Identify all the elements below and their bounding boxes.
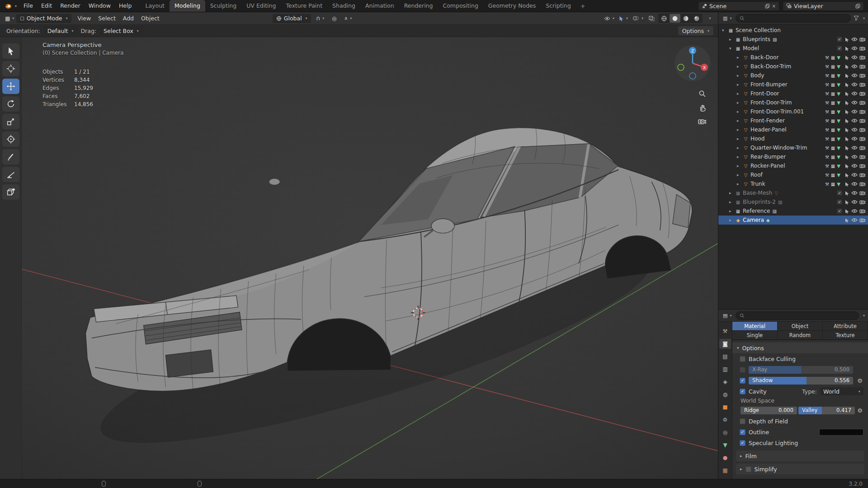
properties-tab[interactable]: ◍ <box>719 389 731 399</box>
editor-corner-widget[interactable] <box>102 481 106 488</box>
eye-icon[interactable] <box>851 73 858 78</box>
tool-rotate[interactable] <box>2 96 19 112</box>
selectable-icon[interactable] <box>845 209 849 214</box>
chevron-down-icon[interactable]: ▾ <box>863 16 865 20</box>
render-visibility-icon[interactable] <box>859 73 865 78</box>
eye-icon[interactable] <box>851 118 858 123</box>
properties-tab[interactable]: ▤ <box>719 352 731 361</box>
film-section-header[interactable]: ▸ Film <box>736 450 864 461</box>
camera-view-button[interactable] <box>696 116 708 127</box>
render-visibility-icon[interactable] <box>859 218 865 222</box>
render-visibility-icon[interactable] <box>859 82 865 87</box>
outliner-row[interactable]: Hood ⚒▦▼ ✓ <box>718 134 868 143</box>
render-visibility-icon[interactable] <box>859 173 865 177</box>
shading-wireframe-button[interactable] <box>659 14 670 23</box>
selectable-icon[interactable] <box>845 118 849 123</box>
tool-add-cube[interactable] <box>2 184 19 200</box>
editor-type-button[interactable]: ▦▾ <box>4 14 15 23</box>
object-visibility-dropdown[interactable]: ▾ <box>603 14 616 23</box>
eye-icon[interactable] <box>851 182 858 186</box>
workspace-tab[interactable]: Scripting <box>541 0 576 12</box>
selectable-icon[interactable] <box>845 37 849 42</box>
disclosure-caret[interactable] <box>729 191 735 195</box>
outline-checkbox[interactable]: ✓ <box>740 429 745 435</box>
outliner-row[interactable]: Scene Collection ⚒▦▼ ✓ <box>718 26 868 35</box>
depth-of-field-checkbox[interactable] <box>740 418 745 424</box>
outliner-row[interactable]: Blueprints-2 ⚒▦▼ ✓ <box>718 197 868 206</box>
properties-editor-type-button[interactable]: ▤▾ <box>722 311 733 320</box>
shading-rendered-button[interactable] <box>691 14 702 23</box>
zoom-button[interactable] <box>696 88 708 99</box>
disclosure-caret[interactable] <box>737 64 742 69</box>
color-mode-option[interactable]: Material <box>732 322 778 331</box>
eye-icon[interactable] <box>851 173 858 177</box>
tool-select-box[interactable] <box>2 43 19 59</box>
backface-culling-checkbox[interactable] <box>740 356 745 362</box>
disclosure-caret[interactable] <box>729 37 735 42</box>
tool-scale[interactable] <box>2 114 19 129</box>
disclosure-caret[interactable] <box>737 136 742 141</box>
eye-icon[interactable] <box>851 82 858 87</box>
outliner-row[interactable]: Rocker-Panel ⚒▦▼ ✓ <box>718 161 868 170</box>
unlink-scene-icon[interactable]: × <box>772 4 776 9</box>
outliner-row[interactable]: Roof ⚒▦▼ ✓ <box>718 170 868 179</box>
workspace-tab[interactable]: UV Editing <box>241 0 281 12</box>
disclosure-caret[interactable] <box>729 200 735 204</box>
chevron-down-icon[interactable]: ▾ <box>863 314 865 318</box>
outliner-row[interactable]: Base-Mesh ⚒▦▼ ✓ <box>718 188 868 197</box>
outliner-row[interactable]: Blueprints ⚒▦▼ ✓ <box>718 35 868 44</box>
orientation-dropdown[interactable]: Global ▾ <box>273 14 311 23</box>
outliner-row[interactable]: Front-Fender ⚒▦▼ ✓ <box>718 116 868 125</box>
drag-setting-dropdown[interactable]: Select Box ▾ <box>100 26 142 35</box>
selectable-icon[interactable] <box>845 91 849 96</box>
selectable-icon[interactable] <box>845 200 849 205</box>
outliner-row[interactable]: Back-Door-Trim ⚒▦▼ ✓ <box>718 62 868 71</box>
outliner-row[interactable]: Rear-Bumper ⚒▦▼ ✓ <box>718 152 868 161</box>
selectable-icon[interactable] <box>845 46 849 51</box>
disclosure-caret[interactable] <box>737 155 742 159</box>
disclosure-caret[interactable] <box>737 118 742 123</box>
disclosure-caret[interactable] <box>737 164 742 168</box>
collection-checkbox[interactable]: ✓ <box>837 46 842 51</box>
render-visibility-icon[interactable] <box>859 209 865 213</box>
properties-tab[interactable]: ▥ <box>719 364 731 374</box>
eye-icon[interactable] <box>851 64 858 69</box>
outliner-row[interactable]: Front-Bumper ⚒▦▼ ✓ <box>718 80 868 89</box>
specular-lighting-checkbox[interactable]: ✓ <box>740 440 745 446</box>
collection-checkbox[interactable]: ✓ <box>837 190 842 196</box>
render-visibility-icon[interactable] <box>859 118 865 123</box>
render-visibility-icon[interactable] <box>859 200 865 204</box>
properties-tab[interactable]: ● <box>719 453 731 463</box>
selectable-icon[interactable] <box>845 127 849 132</box>
eye-icon[interactable] <box>851 55 858 60</box>
orientation-setting-dropdown[interactable]: Default ▾ <box>44 26 77 35</box>
disclosure-caret[interactable] <box>737 109 742 114</box>
properties-tab[interactable]: ◎ <box>719 427 731 437</box>
properties-tab[interactable]: ◈ <box>719 377 731 387</box>
outliner-row[interactable]: Header-Panel ⚒▦▼ ✓ <box>718 125 868 134</box>
cavity-type-dropdown[interactable]: World ▾ <box>820 387 863 395</box>
render-visibility-icon[interactable] <box>859 55 865 60</box>
gear-icon[interactable]: ⚙ <box>856 377 863 384</box>
color-mode-option[interactable]: Texture <box>823 331 868 340</box>
outliner-row[interactable]: Model ⚒▦▼ ✓ <box>718 44 868 53</box>
scene-selector[interactable]: Scene × <box>698 1 779 11</box>
outliner-row[interactable]: Front-Door ⚒▦▼ ✓ <box>718 89 868 98</box>
viewport-3d[interactable]: Camera Perspective (0) Scene Collection … <box>0 37 718 479</box>
disclosure-caret[interactable] <box>737 182 742 186</box>
add-workspace-button[interactable]: + <box>576 3 590 9</box>
collection-checkbox[interactable]: ✓ <box>837 199 842 205</box>
selectable-icon[interactable] <box>845 136 849 141</box>
color-mode-option[interactable]: Attribute <box>823 322 868 331</box>
outliner-row[interactable]: Reference ⚒▦▼ ✓ <box>718 206 868 216</box>
workspace-tab[interactable]: Animation <box>360 0 399 12</box>
eye-icon[interactable] <box>851 164 858 168</box>
disclosure-caret[interactable] <box>737 173 742 177</box>
color-mode-option[interactable]: Object <box>778 322 823 331</box>
disclosure-caret[interactable] <box>737 145 742 150</box>
menu-item[interactable]: Select <box>94 13 119 24</box>
tool-measure[interactable] <box>2 167 19 182</box>
workspace-tab[interactable]: Rendering <box>399 0 438 12</box>
menu-item[interactable]: Object <box>137 13 163 24</box>
properties-tab[interactable]: ⚒ <box>719 326 731 336</box>
